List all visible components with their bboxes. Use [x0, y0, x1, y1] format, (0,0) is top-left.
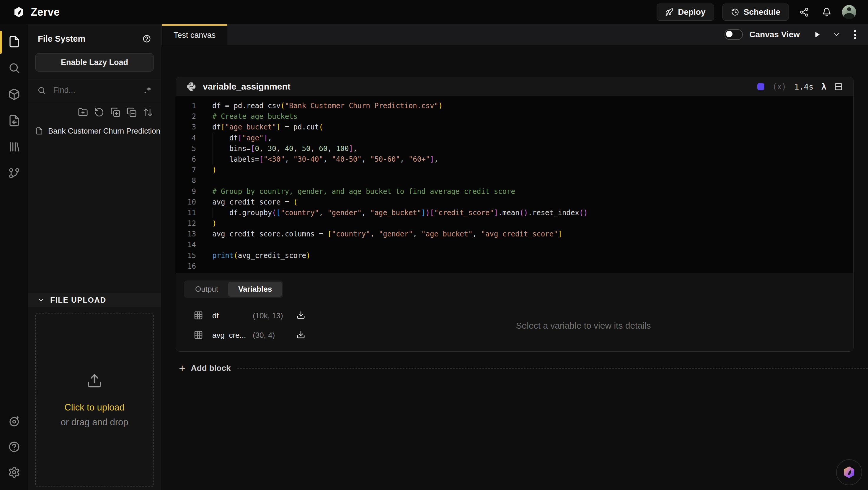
click-to-upload-link[interactable]: Click to upload [64, 402, 124, 413]
refresh-icon[interactable] [94, 107, 104, 117]
code-line-16[interactable]: 16 [176, 261, 853, 271]
run-button[interactable] [812, 30, 822, 39]
code-editor[interactable]: 1df = pd.read_csv("Bank Customer Churn P… [176, 96, 853, 273]
line-number: 6 [176, 154, 196, 165]
rail-item-search[interactable] [0, 61, 28, 76]
line-number: 9 [176, 186, 196, 197]
rail-item-help[interactable] [0, 440, 28, 455]
panel-header: File System [28, 24, 161, 53]
regex-icon[interactable] [143, 86, 152, 95]
tab-test-canvas[interactable]: Test canvas [162, 24, 227, 45]
file-icon [8, 35, 20, 49]
variable-shape: (30, 4) [253, 331, 275, 340]
rail-item-packages[interactable] [0, 88, 28, 102]
folder-plus-icon[interactable] [78, 107, 88, 117]
avatar[interactable] [842, 5, 856, 19]
target-sparkle-icon [8, 415, 20, 429]
code-line-11[interactable]: 11 df.groupby(["country", "gender", "age… [176, 207, 853, 218]
chevron-down-icon [37, 296, 45, 304]
rail-top [0, 35, 28, 181]
zerve-fab[interactable] [836, 459, 862, 485]
search-icon [8, 62, 20, 75]
deploy-button[interactable]: Deploy [657, 4, 714, 21]
notifications-icon[interactable] [819, 5, 834, 19]
canvas-area: Test canvas Canvas View [161, 24, 868, 490]
add-block-button[interactable]: Add block [191, 364, 230, 373]
share-icon[interactable] [797, 5, 811, 19]
download-icon[interactable] [297, 311, 305, 321]
code-line-12[interactable]: 12) [176, 218, 853, 229]
lambda-icon[interactable]: λ [822, 82, 826, 92]
line-number: 15 [176, 250, 196, 261]
find-input[interactable] [53, 85, 136, 95]
file-icon [35, 127, 43, 135]
block-header-actions: (x) 1.4s λ [757, 82, 853, 92]
code-line-7[interactable]: 7) [176, 165, 853, 175]
left-rail [0, 24, 28, 490]
line-number: 1 [176, 100, 196, 111]
canvas-tabbar: Test canvas Canvas View [161, 24, 868, 45]
tab-label: Test canvas [174, 31, 216, 40]
split-panel-icon[interactable] [834, 83, 843, 91]
canvas-controls: Canvas View [724, 24, 856, 45]
rail-item-library[interactable] [0, 140, 28, 154]
git-branch-icon [8, 167, 20, 180]
add-block-line [237, 368, 868, 369]
tab-variables[interactable]: Variables [228, 282, 282, 297]
code-line-1[interactable]: 1df = pd.read_csv("Bank Customer Churn P… [176, 100, 853, 111]
file-tree-item[interactable]: Bank Customer Churn Prediction.... [28, 123, 161, 139]
canvas-view-toggle[interactable] [724, 29, 743, 40]
code-line-13[interactable]: 13avg_credit_score.columns = ["country",… [176, 229, 853, 239]
run-options-chevron[interactable] [832, 30, 841, 39]
line-number: 16 [176, 261, 196, 271]
topbar-actions: Deploy Schedule [657, 4, 856, 21]
line-number: 13 [176, 229, 196, 239]
rail-item-file-import[interactable] [0, 114, 28, 128]
code-line-2[interactable]: 2# Create age buckets [176, 111, 853, 122]
upload-dropzone[interactable]: Click to upload or drag and drop [35, 314, 154, 486]
code-block: variable_assignment (x) 1.4s λ 1df = pd.… [176, 77, 854, 352]
code-line-5[interactable]: 5 bins=[0, 30, 40, 50, 60, 100], [176, 143, 853, 154]
indent-guide [213, 133, 213, 143]
panel-title: File System [38, 34, 85, 44]
block-header[interactable]: variable_assignment (x) 1.4s λ [176, 77, 853, 96]
rail-item-settings[interactable] [0, 466, 28, 480]
variable-name: df [212, 311, 219, 320]
variable-row-df[interactable]: df(10k, 13) [176, 307, 335, 325]
code-line-10[interactable]: 10avg_credit_score = ( [176, 197, 853, 207]
code-line-14[interactable]: 14 [176, 239, 853, 250]
download-icon[interactable] [297, 330, 305, 340]
sort-icon[interactable] [143, 107, 153, 117]
tab-output[interactable]: Output [185, 282, 228, 297]
line-number: 14 [176, 239, 196, 250]
drag-drop-hint: or drag and drop [61, 417, 128, 428]
schedule-button[interactable]: Schedule [722, 4, 789, 21]
rail-item-files[interactable] [0, 35, 28, 49]
variable-row-avg-cre-[interactable]: avg_cre...(30, 4) [176, 326, 335, 344]
code-line-4[interactable]: 4 df["age"], [176, 133, 853, 143]
copy-plus-icon[interactable] [111, 107, 120, 117]
variable-name: avg_cre... [212, 331, 246, 340]
code-line-8[interactable]: 8 [176, 175, 853, 186]
canvas-menu-kebab[interactable] [854, 30, 856, 39]
rail-item-git-branch[interactable] [0, 167, 28, 181]
rail-item-assistant[interactable] [0, 415, 28, 429]
code-line-3[interactable]: 3df["age_bucket"] = pd.cut( [176, 122, 853, 133]
enable-lazy-load-button[interactable]: Enable Lazy Load [35, 53, 154, 71]
code-line-6[interactable]: 6 labels=["<30", "30-40", "40-50", "50-6… [176, 154, 853, 165]
zerve-gradient-icon [842, 465, 856, 479]
deploy-label: Deploy [678, 7, 705, 17]
help-icon[interactable] [142, 34, 151, 43]
code-line-15[interactable]: 15print(avg_credit_score) [176, 250, 853, 261]
line-number: 8 [176, 175, 196, 186]
file-upload-header[interactable]: FILE UPLOAD [28, 293, 161, 307]
brand[interactable]: Zerve [13, 6, 60, 18]
variables-glyph-icon[interactable]: (x) [772, 82, 786, 91]
gear-icon [8, 466, 20, 480]
runtime-badge: 1.4s [794, 82, 813, 91]
copy-minus-icon[interactable] [127, 107, 137, 117]
code-line-9[interactable]: 9# Group by country, gender, and age buc… [176, 186, 853, 197]
block-footer: Output Variables df(10k, 13)avg_cre...(3… [176, 273, 853, 352]
line-number: 12 [176, 218, 196, 229]
line-number: 2 [176, 111, 196, 122]
